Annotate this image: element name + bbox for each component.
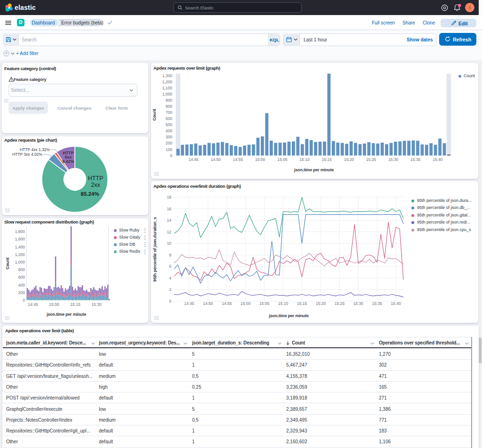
svg-text:15:40: 15:40 [433,157,443,162]
svg-text:200: 200 [166,141,172,145]
svg-text:15:30: 15:30 [353,301,364,306]
svg-text:12: 12 [167,230,172,234]
svg-text:15:05: 15:05 [277,157,288,162]
svg-text:800: 800 [166,104,172,109]
svg-text:18: 18 [167,195,172,200]
svg-text:1,800: 1,800 [15,229,25,234]
svg-text:15:00: 15:00 [241,301,251,306]
svg-text:1,000: 1,000 [162,92,173,96]
svg-text:4: 4 [169,276,171,280]
svg-text:15:15: 15:15 [70,302,80,307]
svg-text:600: 600 [18,275,25,280]
svg-text:1,300: 1,300 [162,73,173,78]
svg-text:700: 700 [166,110,172,115]
svg-text:300: 300 [166,135,172,139]
svg-text:14:55: 14:55 [233,157,243,162]
svg-text:10: 10 [167,241,172,246]
svg-text:15:35: 15:35 [372,301,382,306]
svg-text:1,400: 1,400 [15,245,25,249]
svg-text:85.24%: 85.24% [80,191,99,197]
svg-text:1,600: 1,600 [15,237,25,241]
svg-text:2: 2 [169,287,171,292]
svg-text:200: 200 [18,290,25,295]
svg-text:400: 400 [166,128,172,133]
svg-text:600: 600 [166,116,172,121]
svg-text:15:10: 15:10 [278,301,289,306]
svg-text:15:40: 15:40 [391,301,401,306]
svg-text:0: 0 [23,298,25,303]
svg-text:14:45: 14:45 [28,302,38,307]
svg-text:15:00: 15:00 [255,157,265,162]
svg-text:0: 0 [170,153,172,158]
svg-text:14:50: 14:50 [203,301,213,306]
svg-text:15:15: 15:15 [297,301,307,306]
svg-text:1,200: 1,200 [162,80,173,84]
svg-text:800: 800 [18,267,25,272]
svg-text:2xx: 2xx [91,182,100,188]
svg-text:15:20: 15:20 [316,301,326,306]
svg-text:15:25: 15:25 [366,157,377,162]
svg-text:14:45: 14:45 [189,157,199,162]
svg-text:HTTP 4xx 1.32%: HTTP 4xx 1.32% [20,147,50,152]
svg-text:8: 8 [169,253,171,257]
svg-text:15:20: 15:20 [344,157,354,162]
svg-text:14:45: 14:45 [184,301,194,306]
svg-text:100: 100 [166,147,172,152]
svg-text:900: 900 [166,98,172,103]
svg-text:15:25: 15:25 [335,301,345,306]
svg-text:15:00: 15:00 [49,302,59,307]
svg-text:15:35: 15:35 [410,157,421,162]
svg-text:15:10: 15:10 [299,157,310,162]
svg-text:14: 14 [167,218,172,223]
svg-text:15:30: 15:30 [91,302,102,307]
svg-text:14:55: 14:55 [222,301,232,306]
svg-text:14:50: 14:50 [211,157,221,162]
svg-text:1,200: 1,200 [15,252,25,257]
svg-text:9.42%: 9.42% [62,159,74,164]
svg-text:0: 0 [169,299,171,304]
svg-text:HTTP: HTTP [88,175,104,182]
svg-text:1,100: 1,100 [162,86,173,90]
svg-text:HTTP 3xx 4.02%: HTTP 3xx 4.02% [12,152,43,157]
svg-text:500: 500 [166,122,172,127]
svg-text:15:30: 15:30 [388,157,399,162]
svg-text:15:05: 15:05 [259,301,270,306]
svg-text:400: 400 [18,283,25,288]
svg-text:1,000: 1,000 [15,260,25,264]
svg-text:15:15: 15:15 [321,157,332,162]
svg-text:16: 16 [167,207,172,211]
svg-text:6: 6 [169,264,171,269]
